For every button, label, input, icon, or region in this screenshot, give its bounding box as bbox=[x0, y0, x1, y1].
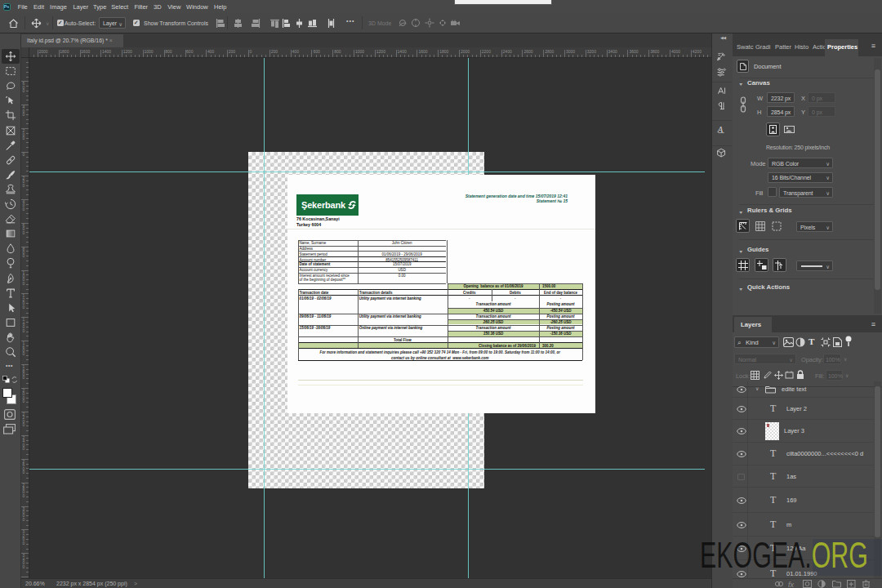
svg-text:fx: fx bbox=[788, 581, 795, 588]
svg-text:A: A bbox=[717, 124, 724, 133]
